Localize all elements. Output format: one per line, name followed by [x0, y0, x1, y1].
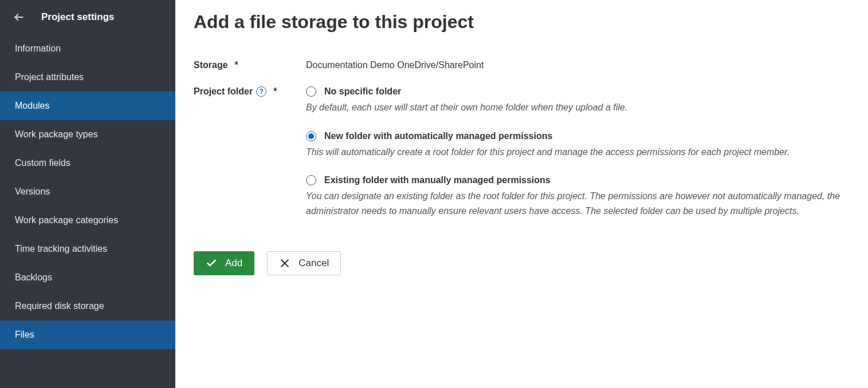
sidebar-item-versions[interactable]: Versions — [0, 177, 175, 206]
radio-desc: You can designate an existing folder as … — [306, 189, 854, 218]
radio-manual-managed[interactable]: Existing folder with manually managed pe… — [306, 175, 854, 185]
help-icon[interactable]: ? — [256, 86, 266, 97]
sidebar-item-label: Work package categories — [15, 215, 118, 225]
sidebar-item-label: Files — [15, 330, 34, 339]
sidebar-item-information[interactable]: Information — [0, 34, 175, 63]
add-button-label: Add — [225, 258, 242, 269]
project-folder-label-text: Project folder — [194, 86, 253, 97]
page-title: Add a file storage to this project — [194, 11, 854, 33]
radio-option-manual-managed: Existing folder with manually managed pe… — [306, 175, 854, 218]
radio-label: New folder with automatically managed pe… — [324, 131, 552, 141]
sidebar-item-required-disk-storage[interactable]: Required disk storage — [0, 292, 175, 320]
storage-label-text: Storage — [194, 60, 228, 70]
sidebar-item-backlogs[interactable]: Backlogs — [0, 263, 175, 292]
button-row: Add Cancel — [194, 251, 854, 275]
sidebar-item-label: Information — [15, 43, 61, 53]
sidebar-item-label: Modules — [15, 101, 49, 110]
sidebar-item-project-attributes[interactable]: Project attributes — [0, 63, 175, 92]
radio-no-specific[interactable]: No specific folder — [306, 86, 854, 97]
sidebar-item-label: Custom fields — [15, 158, 70, 168]
sidebar-item-custom-fields[interactable]: Custom fields — [0, 149, 175, 177]
add-button[interactable]: Add — [194, 251, 254, 275]
sidebar-item-label: Project attributes — [15, 72, 84, 82]
back-arrow-icon[interactable] — [13, 11, 25, 23]
sidebar-item-label: Backlogs — [15, 272, 52, 282]
project-folder-row: Project folder ? * No specific folder By… — [194, 86, 854, 234]
sidebar-item-label: Versions — [15, 187, 50, 196]
sidebar-item-work-package-categories[interactable]: Work package categories — [0, 206, 175, 235]
radio-option-no-specific: No specific folder By default, each user… — [306, 86, 854, 115]
sidebar-item-label: Required disk storage — [15, 301, 104, 311]
sidebar-item-files[interactable]: Files — [0, 320, 175, 349]
close-icon — [279, 258, 290, 269]
radio-circle-icon — [306, 131, 316, 141]
required-marker: * — [273, 86, 277, 97]
radio-label: No specific folder — [324, 86, 401, 97]
radio-auto-managed[interactable]: New folder with automatically managed pe… — [306, 131, 854, 141]
radio-option-auto-managed: New folder with automatically managed pe… — [306, 131, 854, 160]
required-marker: * — [235, 60, 238, 70]
sidebar-header: Project settings — [0, 0, 175, 34]
sidebar-title: Project settings — [41, 11, 115, 23]
radio-desc: This will automatically create a root fo… — [306, 145, 854, 160]
sidebar: Project settings Information Project att… — [0, 0, 175, 388]
storage-value: Documentation Demo OneDrive/SharePoint — [306, 60, 854, 70]
folder-radio-group: No specific folder By default, each user… — [306, 86, 854, 234]
sidebar-item-label: Time tracking activities — [15, 244, 107, 254]
storage-row: Storage * Documentation Demo OneDrive/Sh… — [194, 60, 854, 70]
radio-label: Existing folder with manually managed pe… — [324, 175, 551, 185]
sidebar-item-work-package-types[interactable]: Work package types — [0, 120, 175, 149]
cancel-button[interactable]: Cancel — [267, 251, 341, 275]
radio-circle-icon — [306, 175, 316, 185]
cancel-button-label: Cancel — [299, 258, 329, 269]
storage-label: Storage * — [194, 60, 306, 70]
sidebar-item-label: Work package types — [15, 129, 98, 139]
main-content: Add a file storage to this project Stora… — [175, 0, 868, 388]
radio-desc: By default, each user will start at thei… — [306, 100, 854, 115]
radio-circle-icon — [306, 86, 316, 97]
sidebar-item-modules[interactable]: Modules — [0, 92, 175, 120]
check-icon — [206, 258, 217, 269]
sidebar-item-time-tracking-activities[interactable]: Time tracking activities — [0, 235, 175, 263]
project-folder-label: Project folder ? * — [194, 86, 306, 97]
